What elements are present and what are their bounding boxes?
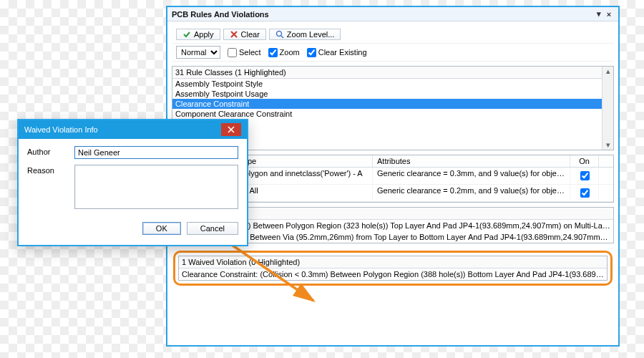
clear-button[interactable]: Clear: [223, 29, 266, 40]
zoom-level-label: Zoom Level...: [287, 30, 335, 39]
panel-title-bar: PCB Rules And Violations ▾ ×: [167, 7, 618, 21]
cell-attributes: Generic clearance = 0.2mm, and 9 value(s…: [373, 185, 570, 201]
select-checkbox[interactable]: Select: [228, 48, 261, 57]
waived-highlight-frame: 1 Waived Violation (0 Highlighted) Clear…: [173, 251, 613, 286]
dialog-title-bar: Waived Violation Info: [19, 120, 247, 139]
cell-on[interactable]: [570, 185, 599, 201]
close-icon[interactable]: ×: [604, 9, 614, 19]
svg-point-0: [276, 32, 281, 37]
rule-class-row[interactable]: Assembly Testpoint Usage: [172, 89, 613, 99]
apply-button[interactable]: Apply: [176, 29, 220, 40]
zoom-checkbox[interactable]: Zoom: [268, 48, 300, 57]
rule-class-row[interactable]: Assembly Testpoint Style: [172, 79, 613, 89]
dialog-title: Waived Violation Info: [24, 125, 98, 134]
options-row: Normal Select Zoom Clear Existing: [172, 44, 614, 62]
cell-attributes: Generic clearance = 0.3mm, and 9 value(s…: [373, 168, 570, 184]
check-icon: [182, 30, 191, 39]
cell-scope: inpolygon and innetclass('Power') - A: [230, 168, 373, 184]
close-icon: [228, 126, 235, 133]
cell-scope: All - All: [230, 185, 373, 201]
rule-classes-header: 31 Rule Classes (1 Highlighted): [172, 67, 613, 79]
clear-existing-checkbox[interactable]: Clear Existing: [307, 48, 367, 57]
apply-label: Apply: [194, 30, 214, 39]
scrollbar[interactable]: ▴▾: [602, 67, 613, 150]
cell-on[interactable]: [570, 168, 599, 184]
ok-button[interactable]: OK: [142, 222, 181, 235]
waived-row[interactable]: Clearance Constraint: (Collision < 0.3mm…: [179, 268, 607, 280]
mode-select[interactable]: Normal: [176, 46, 220, 59]
rule-class-row[interactable]: Clearance Constraint: [172, 99, 613, 109]
magnifier-icon: [275, 30, 284, 39]
dialog-close-button[interactable]: [221, 123, 241, 136]
author-field[interactable]: [74, 146, 238, 159]
col-on[interactable]: On: [570, 155, 599, 167]
col-attributes[interactable]: Attributes: [373, 155, 570, 167]
waived-violations-group: 1 Waived Violation (0 Highlighted) Clear…: [178, 256, 608, 281]
reason-label: Reason: [27, 165, 67, 175]
cancel-button[interactable]: Cancel: [187, 222, 238, 235]
waived-violation-info-dialog: Waived Violation Info Author Reason OK C…: [17, 119, 248, 246]
author-label: Author: [27, 146, 67, 156]
panel-title: PCB Rules And Violations: [172, 10, 269, 19]
dropdown-icon[interactable]: ▾: [594, 9, 604, 19]
toolbar: Apply Clear Zoom Level...: [172, 26, 614, 44]
zoom-level-button[interactable]: Zoom Level...: [269, 29, 341, 40]
reason-field[interactable]: [74, 165, 238, 209]
rule-class-row[interactable]: Component Clearance Constraint: [172, 109, 613, 119]
clear-icon: [230, 30, 238, 39]
clear-label: Clear: [241, 30, 260, 39]
waived-header: 1 Waived Violation (0 Highlighted): [179, 256, 607, 268]
col-scope[interactable]: Scope: [230, 155, 373, 167]
